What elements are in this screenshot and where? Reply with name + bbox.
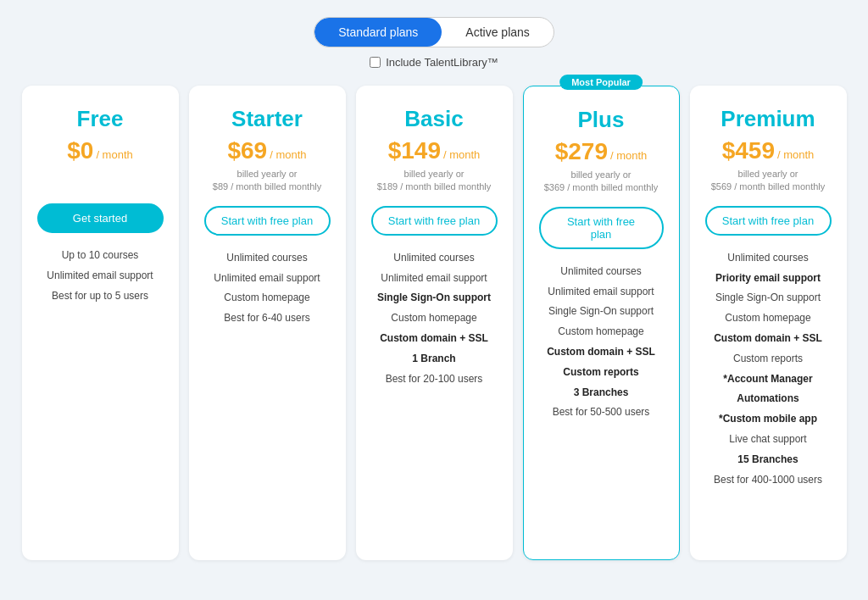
plan-name-plus: Plus — [578, 107, 625, 133]
price-period-plus: / month — [610, 149, 647, 162]
feature-item-premium-2: Single Sign-On support — [705, 291, 832, 305]
price-amount-basic: $149 — [388, 137, 441, 164]
feature-item-starter-1: Unlimited email support — [204, 271, 331, 286]
feature-item-plus-7: Best for 50-500 users — [539, 405, 664, 419]
plan-cta-free[interactable]: Get started — [37, 203, 164, 233]
price-period-basic: / month — [443, 148, 480, 161]
feature-item-plus-0: Unlimited courses — [539, 264, 664, 279]
plan-cta-plus[interactable]: Start with free plan — [539, 207, 664, 249]
plan-name-free: Free — [77, 106, 124, 132]
price-billing-basic: billed yearly or$189 / month billed mont… — [377, 168, 492, 194]
feature-item-premium-8: *Custom mobile app — [705, 412, 832, 426]
plan-card-premium: Premium $459 / month billed yearly or$56… — [690, 86, 847, 560]
feature-item-basic-4: Custom domain + SSL — [371, 331, 498, 346]
price-billing-premium: billed yearly or$569 / month billed mont… — [711, 168, 826, 194]
plan-features-premium: Unlimited coursesPriority email supportS… — [705, 251, 832, 487]
most-popular-badge: Most Popular — [559, 75, 643, 90]
feature-item-premium-4: Custom domain + SSL — [705, 331, 832, 346]
feature-item-starter-3: Best for 6-40 users — [204, 311, 331, 325]
plan-card-plus: Most PopularPlus $279 / month billed yea… — [523, 86, 680, 560]
plan-price-starter: $69 / month — [227, 137, 306, 164]
page-header: Standard plans Active plans Include Tale… — [17, 17, 851, 69]
plan-card-free: Free $0 / month Get startedUp to 10 cour… — [22, 86, 179, 560]
plan-cta-basic[interactable]: Start with free plan — [371, 206, 498, 236]
price-amount-starter: $69 — [227, 137, 267, 164]
price-period-starter: / month — [270, 148, 306, 161]
plan-card-basic: Basic $149 / month billed yearly or$189 … — [356, 86, 513, 560]
feature-item-plus-3: Custom homepage — [539, 325, 664, 339]
price-amount-free: $0 — [67, 137, 93, 164]
plan-name-basic: Basic — [404, 106, 463, 132]
feature-item-premium-1: Priority email support — [705, 271, 832, 286]
plan-features-starter: Unlimited coursesUnlimited email support… — [204, 251, 331, 325]
feature-item-premium-5: Custom reports — [705, 352, 832, 366]
price-amount-premium: $459 — [722, 137, 775, 164]
plan-cta-premium[interactable]: Start with free plan — [705, 206, 832, 236]
price-period-free: / month — [96, 148, 132, 161]
feature-item-premium-11: Best for 400-1000 users — [705, 473, 832, 487]
feature-item-premium-7: Automations — [705, 392, 832, 406]
plan-features-basic: Unlimited coursesUnlimited email support… — [371, 251, 498, 386]
price-billing-plus: billed yearly or$369 / month billed mont… — [544, 169, 659, 195]
feature-item-basic-2: Single Sign-On support — [371, 291, 498, 305]
feature-item-plus-4: Custom domain + SSL — [539, 345, 664, 359]
price-amount-plus: $279 — [555, 138, 608, 165]
plan-name-starter: Starter — [231, 106, 303, 132]
plans-container: Free $0 / month Get startedUp to 10 cour… — [17, 86, 851, 560]
feature-item-basic-6: Best for 20-100 users — [371, 372, 498, 386]
include-talent-library-label: Include TalentLibrary™ — [386, 56, 498, 69]
plan-features-plus: Unlimited coursesUnlimited email support… — [539, 264, 664, 419]
feature-item-premium-10: 15 Branches — [705, 453, 832, 467]
plan-price-free: $0 / month — [67, 137, 133, 164]
tab-standard-plans[interactable]: Standard plans — [314, 18, 442, 47]
feature-item-plus-5: Custom reports — [539, 365, 664, 380]
feature-item-free-0: Up to 10 courses — [37, 248, 164, 263]
plan-card-starter: Starter $69 / month billed yearly or$89 … — [189, 86, 346, 560]
feature-item-starter-0: Unlimited courses — [204, 251, 331, 265]
price-period-premium: / month — [777, 148, 814, 161]
feature-item-premium-3: Custom homepage — [705, 311, 832, 325]
tab-active-plans[interactable]: Active plans — [442, 18, 553, 47]
feature-item-plus-2: Single Sign-On support — [539, 304, 664, 319]
plan-name-premium: Premium — [721, 106, 815, 132]
plan-cta-starter[interactable]: Start with free plan — [204, 206, 331, 236]
feature-item-plus-6: 3 Branches — [539, 386, 664, 400]
feature-item-free-2: Best for up to 5 users — [37, 289, 164, 303]
feature-item-premium-6: *Account Manager — [705, 372, 832, 386]
feature-item-basic-3: Custom homepage — [371, 311, 498, 325]
plan-type-toggle: Standard plans Active plans — [314, 17, 554, 47]
plan-features-free: Up to 10 coursesUnlimited email supportB… — [37, 248, 164, 303]
feature-item-free-1: Unlimited email support — [37, 269, 164, 283]
plan-price-premium: $459 / month — [722, 137, 815, 164]
include-talent-library-row: Include TalentLibrary™ — [370, 56, 498, 69]
feature-item-basic-0: Unlimited courses — [371, 251, 498, 265]
include-talent-library-checkbox[interactable] — [370, 57, 381, 68]
feature-item-basic-1: Unlimited email support — [371, 271, 498, 286]
plan-price-basic: $149 / month — [388, 137, 481, 164]
feature-item-basic-5: 1 Branch — [371, 352, 498, 366]
feature-item-premium-9: Live chat support — [705, 432, 832, 447]
feature-item-plus-1: Unlimited email support — [539, 285, 664, 299]
feature-item-starter-2: Custom homepage — [204, 291, 331, 305]
feature-item-premium-0: Unlimited courses — [705, 251, 832, 265]
price-billing-starter: billed yearly or$89 / month billed month… — [213, 168, 321, 194]
plan-price-plus: $279 / month — [555, 138, 648, 165]
